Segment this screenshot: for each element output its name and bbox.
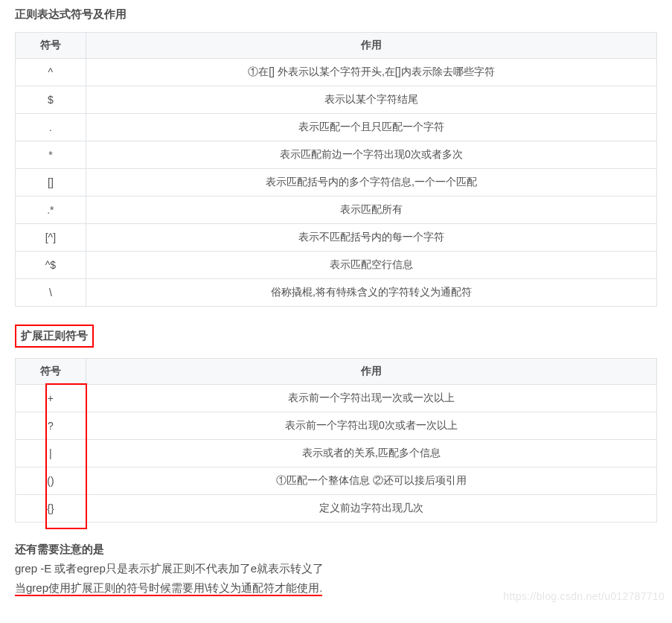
table-row: ^ ①在[] 外表示以某个字符开头,在[]内表示除去哪些字符 xyxy=(16,59,657,86)
cell-usage: 表示匹配空行信息 xyxy=(86,252,656,279)
cell-usage: 表示匹配括号内的多个字符信息,一个一个匹配 xyxy=(86,169,656,197)
cell-symbol: [] xyxy=(16,169,86,197)
table-row: \ 俗称撬棍,将有特殊含义的字符转义为通配符 xyxy=(16,279,657,307)
cell-usage: 表示前一个字符出现0次或者一次以上 xyxy=(86,412,656,440)
table-row: * 表示匹配前边一个字符出现0次或者多次 xyxy=(16,141,657,169)
th-symbol: 符号 xyxy=(16,359,86,385)
table-row: + 表示前一个字符出现一次或一次以上 xyxy=(16,385,657,412)
th-symbol: 符号 xyxy=(16,33,86,59)
cell-usage: 定义前边字符出现几次 xyxy=(86,495,656,523)
cell-symbol: ^$ xyxy=(16,252,86,279)
cell-usage: ①匹配一个整体信息 ②还可以接后项引用 xyxy=(86,467,656,495)
cell-usage: 表示匹配前边一个字符出现0次或者多次 xyxy=(86,141,656,169)
cell-symbol: ^ xyxy=(16,59,86,86)
cell-usage: 表示不匹配括号内的每一个字符 xyxy=(86,224,656,252)
table-row: {} 定义前边字符出现几次 xyxy=(16,495,657,523)
cell-usage: 表示前一个字符出现一次或一次以上 xyxy=(86,385,656,412)
table-basic-regex: 符号 作用 ^ ①在[] 外表示以某个字符开头,在[]内表示除去哪些字符 $ 表… xyxy=(15,32,657,307)
th-usage: 作用 xyxy=(86,33,656,59)
cell-usage: 俗称撬棍,将有特殊含义的字符转义为通配符 xyxy=(86,279,656,307)
cell-symbol: \ xyxy=(16,279,86,307)
table-row: ^$ 表示匹配空行信息 xyxy=(16,252,657,279)
cell-symbol: | xyxy=(16,440,86,467)
section1-title: 正则表达式符号及作用 xyxy=(15,7,127,22)
cell-symbol: () xyxy=(16,467,86,495)
cell-symbol: .* xyxy=(16,197,86,224)
notes-line2-underlined: 当grep使用扩展正则的符号时候需要用\转义为通配符才能使用. xyxy=(15,581,322,596)
table-row: $ 表示以某个字符结尾 xyxy=(16,86,657,114)
notes-line1: grep -E 或者egrep只是表示扩展正则不代表加了e就表示转义了 xyxy=(15,560,657,578)
cell-symbol: * xyxy=(16,141,86,169)
cell-usage: ①在[] 外表示以某个字符开头,在[]内表示除去哪些字符 xyxy=(86,59,656,86)
cell-usage: 表示匹配所有 xyxy=(86,197,656,224)
table-row: [] 表示匹配括号内的多个字符信息,一个一个匹配 xyxy=(16,169,657,197)
table-extended-regex: 符号 作用 + 表示前一个字符出现一次或一次以上 ? 表示前一个字符出现0次或者… xyxy=(15,358,657,523)
cell-symbol: $ xyxy=(16,86,86,114)
cell-usage: 表示以某个字符结尾 xyxy=(86,86,656,114)
cell-symbol: ? xyxy=(16,412,86,440)
notes-title: 还有需要注意的是 xyxy=(15,540,657,558)
cell-symbol: . xyxy=(16,114,86,141)
cell-symbol: {} xyxy=(16,495,86,523)
table-row: . 表示匹配一个且只匹配一个字符 xyxy=(16,114,657,141)
table-row: ? 表示前一个字符出现0次或者一次以上 xyxy=(16,412,657,440)
table-row: [^] 表示不匹配括号内的每一个字符 xyxy=(16,224,657,252)
table-row: () ①匹配一个整体信息 ②还可以接后项引用 xyxy=(16,467,657,495)
notes-section: 还有需要注意的是 grep -E 或者egrep只是表示扩展正则不代表加了e就表… xyxy=(15,540,657,597)
table-row: .* 表示匹配所有 xyxy=(16,197,657,224)
th-usage: 作用 xyxy=(86,359,656,385)
cell-symbol: + xyxy=(16,385,86,412)
table-row: | 表示或者的关系,匹配多个信息 xyxy=(16,440,657,467)
cell-usage: 表示匹配一个且只匹配一个字符 xyxy=(86,114,656,141)
cell-symbol: [^] xyxy=(16,224,86,252)
cell-usage: 表示或者的关系,匹配多个信息 xyxy=(86,440,656,467)
section2-title: 扩展正则符号 xyxy=(15,325,94,348)
